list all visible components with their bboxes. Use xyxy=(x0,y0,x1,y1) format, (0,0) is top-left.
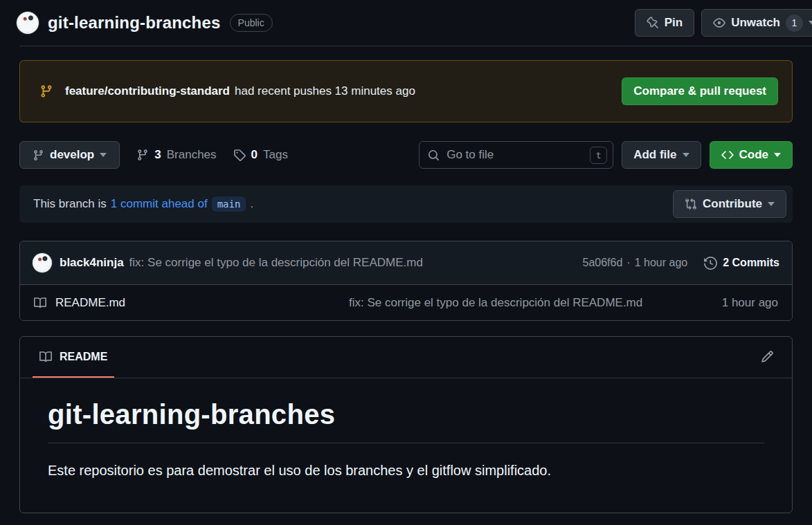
repo-toolbar: develop 3 Branches 0 Tags t xyxy=(19,141,793,169)
tag-icon xyxy=(233,149,246,161)
readme-card: README git-learning-branches Este reposi… xyxy=(19,336,793,513)
readme-body: git-learning-branches Este repositorio e… xyxy=(20,378,792,479)
contribute-label: Contribute xyxy=(703,197,762,211)
chevron-down-icon xyxy=(683,153,689,157)
contribute-button[interactable]: Contribute xyxy=(673,190,786,218)
git-branch-icon xyxy=(33,149,44,161)
toolbar-right: t Add file Code xyxy=(419,141,793,169)
branches-label: Branches xyxy=(167,148,217,162)
commit-author-avatar[interactable] xyxy=(33,253,52,273)
chevron-down-icon xyxy=(774,153,781,157)
commits-count-label: 2 Commits xyxy=(723,257,779,269)
add-file-label: Add file xyxy=(633,148,676,162)
code-button[interactable]: Code xyxy=(710,141,793,169)
push-banner-text: feature/contributing-standard had recent… xyxy=(65,84,415,98)
file-name-link[interactable]: README.md xyxy=(55,296,125,310)
code-label: Code xyxy=(739,148,769,162)
status-prefix: This branch is xyxy=(33,197,107,211)
readme-tab[interactable]: README xyxy=(33,337,114,378)
unwatch-label: Unwatch xyxy=(731,16,780,30)
pin-button[interactable]: Pin xyxy=(635,9,694,37)
visibility-badge: Public xyxy=(230,14,273,32)
book-icon xyxy=(39,351,52,363)
commit-sha-time: 5a06f6d · 1 hour ago xyxy=(583,257,688,269)
push-message: had recent pushes 13 minutes ago xyxy=(235,84,415,98)
history-clock-icon xyxy=(704,257,717,270)
latest-commit-bar: black4ninja fix: Se corrige el typo de l… xyxy=(20,241,792,284)
header-divider xyxy=(19,46,812,46)
git-branch-icon xyxy=(136,149,149,161)
branch-status-text: This branch is 1 commit ahead of main . xyxy=(33,196,253,212)
edit-readme-button[interactable] xyxy=(755,344,779,371)
status-suffix: . xyxy=(250,197,253,211)
pushed-branch-name: feature/contributing-standard xyxy=(65,84,230,98)
add-file-button[interactable]: Add file xyxy=(622,141,701,169)
git-branch-icon xyxy=(39,84,53,98)
compare-pull-request-button[interactable]: Compare & pull request xyxy=(622,77,778,105)
file-name-cell: README.md xyxy=(34,296,349,310)
repo-content: feature/contributing-standard had recent… xyxy=(0,60,812,513)
file-row: README.md fix: Se corrige el typo de la … xyxy=(20,284,792,320)
branches-count: 3 xyxy=(154,148,161,162)
pencil-icon xyxy=(761,350,774,363)
pin-label: Pin xyxy=(665,16,683,30)
commit-time: 1 hour ago xyxy=(635,257,688,269)
chevron-down-icon xyxy=(100,153,107,157)
pin-icon xyxy=(647,17,659,29)
branches-link[interactable]: 3 Branches xyxy=(136,148,216,162)
readme-description: Este repositorio es para demostrar el us… xyxy=(48,463,764,479)
branch-selector[interactable]: develop xyxy=(19,141,120,169)
ahead-link[interactable]: 1 commit ahead of xyxy=(111,197,208,211)
commit-history-link[interactable]: 2 Commits xyxy=(704,257,779,270)
header-actions: Pin Unwatch 1 xyxy=(635,9,812,37)
tags-label: Tags xyxy=(263,148,288,162)
unwatch-button[interactable]: Unwatch 1 xyxy=(701,9,812,37)
tags-count: 0 xyxy=(251,148,258,162)
search-shortcut-hint: t xyxy=(590,147,607,164)
readme-file-icon xyxy=(34,297,46,309)
commit-message[interactable]: fix: Se corrige el typo de la descripció… xyxy=(129,256,423,270)
commit-sha[interactable]: 5a06f6d xyxy=(583,257,623,269)
branch-status-bar: This branch is 1 commit ahead of main . … xyxy=(19,185,793,223)
repo-header: git-learning-branches Public Pin Unwatch… xyxy=(0,0,812,46)
chevron-down-icon xyxy=(768,202,775,206)
code-icon xyxy=(721,149,734,161)
commit-meta: 5a06f6d · 1 hour ago 2 Commits xyxy=(583,257,779,270)
meta-separator: · xyxy=(626,257,630,269)
repo-owner-avatar[interactable] xyxy=(17,12,39,34)
chevron-down-icon xyxy=(809,21,812,25)
go-to-file-search[interactable]: t xyxy=(419,141,613,169)
tags-link[interactable]: 0 Tags xyxy=(233,148,288,162)
eye-icon xyxy=(713,17,725,29)
readme-tab-label: README xyxy=(60,351,107,363)
file-commit-message[interactable]: fix: Se corrige el typo de la descripció… xyxy=(349,296,722,310)
git-compare-icon xyxy=(685,198,697,210)
readme-heading: git-learning-branches xyxy=(48,399,764,443)
base-branch-chip[interactable]: main xyxy=(212,196,246,212)
repo-title[interactable]: git-learning-branches xyxy=(48,13,221,33)
search-icon xyxy=(428,149,440,161)
recent-push-banner: feature/contributing-standard had recent… xyxy=(19,60,793,122)
commit-author[interactable]: black4ninja xyxy=(60,256,124,270)
search-input[interactable] xyxy=(446,148,590,162)
commit-card: black4ninja fix: Se corrige el typo de l… xyxy=(19,241,793,321)
readme-header: README xyxy=(20,337,792,378)
watch-count-badge: 1 xyxy=(786,15,803,32)
current-branch-label: develop xyxy=(50,148,94,162)
file-commit-time: 1 hour ago xyxy=(722,296,778,310)
